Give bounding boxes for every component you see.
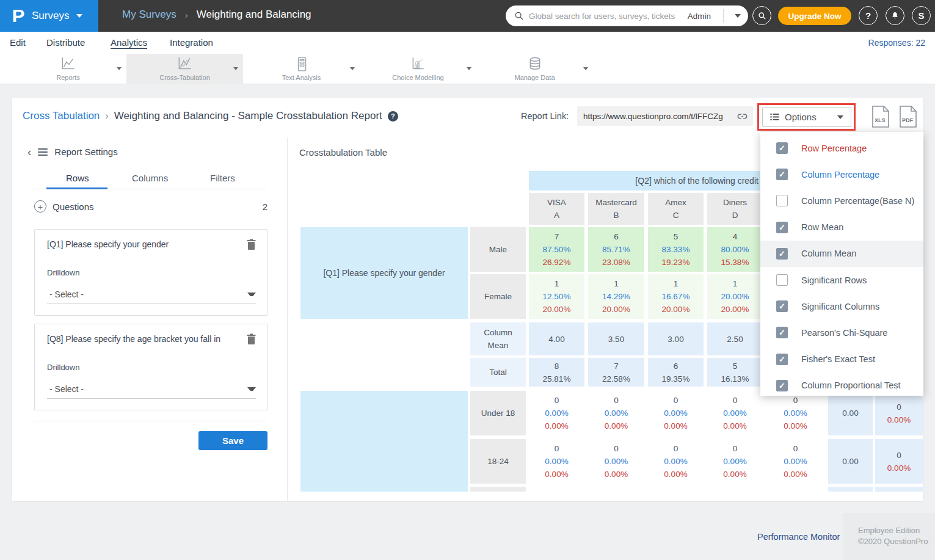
row-label-under-18: Under 18 [470,391,526,435]
checkbox[interactable] [776,274,788,286]
chevron-down-icon [350,67,355,70]
performance-monitor-link[interactable]: Performance Monitor [757,532,840,542]
checkbox[interactable] [776,380,788,391]
table-cell [875,487,923,492]
avatar[interactable]: S [912,6,931,25]
export-xls-button[interactable]: XLS [871,106,890,128]
trash-icon[interactable] [247,333,256,344]
questions-label: Questions [53,202,256,212]
report-link-input[interactable] [583,112,737,121]
menu-item-column-percentage[interactable]: Column Percentage [760,161,923,187]
search-submit-button[interactable] [752,6,771,25]
question-card-q8: [Q8] Please specify the age bracket you … [34,324,267,410]
export-pdf-button[interactable]: PDF [898,106,918,128]
report-link-label: Report Link: [521,111,569,121]
toolbar-item-text-analysis[interactable]: Text Analysis [243,54,360,84]
choice-modelling-icon [410,57,426,70]
menu-item-column-proportional-test[interactable]: Column Proportional Test [760,373,923,399]
menu-item-label: Significant Rows [801,275,867,285]
checkbox[interactable] [776,169,788,180]
checkbox[interactable] [776,248,788,260]
row-label-total: Total [470,358,526,387]
nav-item-distribute[interactable]: Distribute [46,37,85,48]
menu-item-significant-columns[interactable]: Significant Columns [760,293,923,319]
options-button[interactable]: Options [762,107,851,127]
divider [34,421,267,421]
menu-item-column-percentage-base-n[interactable]: Column Percentage(Base N) [760,187,923,214]
report-title: Weighting and Balancing - Sample Crossta… [114,110,382,122]
breadcrumb-my-surveys[interactable]: My Surveys [122,9,176,21]
toolbar-item-choice-modelling[interactable]: Choice Modelling [360,54,476,84]
report-settings-header[interactable]: ‹ Report Settings [27,147,118,157]
cross-tabulation-link[interactable]: Cross Tabulation [23,110,100,122]
column-header-visa: VISAA [529,193,584,225]
checkbox[interactable] [776,354,788,365]
toolbar-item-cross-tabulation[interactable]: Cross-Tabulation [126,54,243,84]
save-button[interactable]: Save [198,431,267,450]
menu-item-row-percentage[interactable]: Row Percentage [760,135,923,161]
table-cell: 3.50 [588,322,644,355]
table-cell: 787.50%26.92% [529,227,584,272]
tab-filters[interactable]: Filters [210,173,235,183]
nav-item-edit[interactable]: Edit [10,37,26,48]
table-cell: 00.00%0.00% [648,439,704,484]
chevron-down-icon [837,115,843,119]
nav-item-integration[interactable]: Integration [170,37,213,48]
menu-icon [38,148,48,156]
global-search-input[interactable] [529,12,683,21]
breadcrumb: My Surveys › Weighting and Balancing [122,9,311,21]
link-icon[interactable] [737,111,748,122]
checkbox[interactable] [776,300,788,312]
trash-icon[interactable] [247,239,256,250]
table-cell: 00.00%0.00% [529,391,584,435]
menu-item-column-mean[interactable]: Column Mean [760,241,923,267]
menu-item-significant-rows[interactable]: Significant Rows [760,267,923,293]
checkbox[interactable] [776,142,788,154]
report-help-icon[interactable]: ? [388,111,398,122]
drilldown-label: Drilldown [47,268,79,277]
column-header-mastercard: MastercardB [588,193,644,225]
question-title: [Q1] Please specify your gender [47,239,242,249]
product-switcher[interactable]: P Surveys [0,0,98,32]
row-mean-cell: 0.00 [828,439,873,484]
menu-item-label: Row Mean [801,222,843,232]
table-cell: 619.35% [648,358,704,387]
edition-box: Employee Edition ©2020 QuestionPro [843,513,935,560]
drilldown-select[interactable]: - Select - [47,285,256,304]
tab-rows[interactable]: Rows [66,173,89,183]
tab-columns[interactable]: Columns [132,173,168,183]
checkbox[interactable] [776,195,788,206]
nav-item-analytics[interactable]: Analytics [111,37,147,48]
menu-item-label: Pearson's Chi-Square [801,328,887,338]
q8-row-group-label [300,391,468,492]
menu-item-pearsons-chi-square[interactable]: Pearson's Chi-Square [760,319,923,346]
upgrade-now-button[interactable]: Upgrade Now [778,7,851,25]
toolbar-item-reports[interactable]: Reports [10,54,126,84]
edition-label: Employee Edition [858,525,935,536]
chevron-down-icon [467,67,471,70]
checkbox[interactable] [776,222,788,233]
menu-item-label: Column Mean [801,249,856,258]
menu-item-label: Column Percentage [801,170,879,180]
table-cell: 583.33%19.23% [648,227,704,272]
database-icon [528,57,542,71]
toolbar-item-manage-data[interactable]: Manage Data [476,54,593,84]
add-question-button[interactable]: + [34,200,46,213]
drilldown-select[interactable]: - Select - [47,379,256,399]
copyright-label: ©2020 QuestionPro [858,536,935,547]
xls-label: XLS [875,117,886,123]
help-button[interactable]: ? [859,6,878,25]
divider [723,9,724,23]
menu-item-fishers-exact-test[interactable]: Fisher's Exact Test [760,346,923,373]
product-name: Surveys [32,10,69,22]
row-label-male: Male [470,227,526,272]
menu-item-row-mean[interactable]: Row Mean [760,214,923,241]
search-icon [514,11,524,21]
table-cell: 516.13% [707,358,763,387]
search-scope-dropdown[interactable] [735,14,741,18]
menu-item-label: Significant Columns [801,302,879,311]
chevron-down-icon [247,293,256,296]
questions-count: 2 [263,202,267,212]
checkbox[interactable] [776,327,788,338]
notifications-button[interactable] [886,6,904,25]
